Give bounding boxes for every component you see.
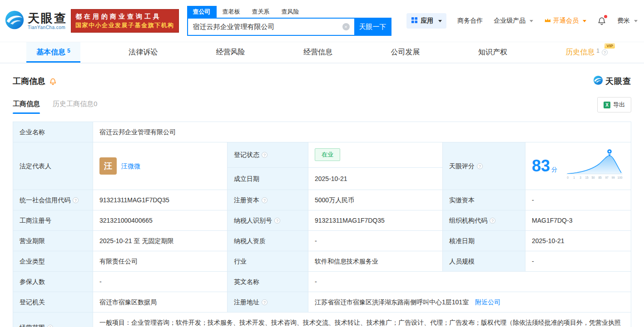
field-label: 企业名称 bbox=[13, 122, 93, 142]
help-icon[interactable] bbox=[477, 163, 483, 169]
field-label: 注册资本 bbox=[228, 190, 308, 210]
svg-text:97: 97 bbox=[605, 176, 609, 179]
tianyan-score[interactable]: 83 分 bbox=[532, 158, 557, 174]
export-button[interactable]: 导出 bbox=[597, 97, 631, 112]
field-label: 纳税人识别号 bbox=[228, 210, 308, 231]
field-label: 登记状态 bbox=[228, 142, 308, 168]
notifications-bell-icon[interactable] bbox=[597, 16, 606, 26]
promo-banner: 都在用的商业查询工具 国家中小企业发展子基金旗下机构 bbox=[71, 9, 179, 32]
svg-text:50: 50 bbox=[591, 176, 595, 179]
help-icon[interactable] bbox=[602, 49, 608, 55]
search-tab-boss[interactable]: 查老板 bbox=[217, 6, 246, 18]
tab-label: 历史信息 bbox=[565, 48, 594, 57]
legal-rep-cell: 汪 汪微微 bbox=[93, 142, 228, 190]
table-row: 工商注册号 321321000400665 纳税人识别号 91321311MAG… bbox=[13, 210, 631, 231]
field-label: 英文名称 bbox=[228, 272, 308, 292]
taxpayer-quality-value: - bbox=[308, 231, 443, 251]
vip-badge: VIP bbox=[604, 43, 615, 49]
business-term-value: 2025-10-21 至 无固定期限 bbox=[93, 231, 228, 251]
help-icon[interactable] bbox=[262, 197, 268, 203]
help-icon[interactable] bbox=[274, 218, 280, 224]
username-label: 费米 bbox=[617, 17, 630, 24]
field-label: 参保人数 bbox=[13, 272, 93, 292]
tab-label: 经营信息 bbox=[303, 48, 332, 57]
tab-history-info[interactable]: VIP 历史信息 1 bbox=[555, 42, 618, 63]
top-header: 天眼查 TianYanCha.com 都在用的商业查询工具 国家中小企业发展子基… bbox=[0, 0, 644, 42]
tab-basic-info[interactable]: 基本信息 5 bbox=[26, 42, 80, 63]
field-label: 行业 bbox=[228, 251, 308, 272]
field-label: 成立日期 bbox=[228, 167, 308, 190]
search-tab-company[interactable]: 查公司 bbox=[187, 6, 217, 18]
credit-code-value: 91321311MAG1F7DQ35 bbox=[93, 190, 228, 210]
apps-menu[interactable]: 应用 bbox=[406, 13, 446, 29]
business-info-table: 企业名称 宿迁云邦企业管理有限公司 法定代表人 汪 汪微微 登记状态 在业 天眼… bbox=[13, 122, 631, 327]
header-right: 应用 商务合作 企业级产品 开通会员 费米 bbox=[406, 13, 638, 29]
enterprise-product-label: 企业级产品 bbox=[494, 17, 525, 24]
help-icon[interactable] bbox=[490, 218, 495, 224]
tianyancha-logo[interactable]: 天眼查 TianYanCha.com bbox=[5, 10, 67, 32]
export-label: 导出 bbox=[613, 101, 625, 109]
nearby-companies-link[interactable]: 附近公司 bbox=[475, 298, 500, 306]
clear-search-icon[interactable] bbox=[342, 23, 350, 30]
subtab-history-business-info[interactable]: 历史工商信息0 bbox=[53, 100, 97, 114]
tab-operation-risk[interactable]: 经营风险 bbox=[206, 42, 255, 63]
industry-value: 软件和信息技术服务业 bbox=[308, 251, 443, 272]
org-code-value: MAG1F7DQ-3 bbox=[525, 210, 631, 231]
logo-domain-text: TianYanCha.com bbox=[28, 25, 67, 30]
search-tab-risk[interactable]: 查风险 bbox=[276, 6, 305, 18]
tab-intellectual-property[interactable]: 知识产权 bbox=[468, 42, 517, 63]
search-input[interactable] bbox=[187, 18, 354, 36]
chevron-down-icon bbox=[438, 20, 442, 22]
svg-text:15: 15 bbox=[585, 176, 589, 179]
tab-label: 公司发展 bbox=[391, 48, 420, 57]
paid-capital-value: - bbox=[525, 190, 631, 210]
help-icon[interactable] bbox=[73, 197, 79, 203]
apps-label: 应用 bbox=[421, 17, 433, 25]
insured-count-value: - bbox=[93, 272, 228, 292]
reg-status-cell: 在业 bbox=[308, 142, 443, 168]
search-button[interactable]: 天眼一下 bbox=[354, 18, 391, 36]
field-label: 统一社会信用代码 bbox=[13, 190, 93, 210]
legal-rep-avatar[interactable]: 汪 bbox=[99, 157, 117, 175]
svg-text:0: 0 bbox=[567, 176, 569, 179]
business-cooperation-link[interactable]: 商务合作 bbox=[457, 17, 483, 25]
field-label: 核准日期 bbox=[443, 231, 525, 251]
reg-authority-value: 宿迁市宿豫区数据局 bbox=[93, 292, 228, 312]
open-vip-button[interactable]: 开通会员 bbox=[544, 17, 586, 25]
search-block: 查公司 查老板 查关系 查风险 天眼一下 bbox=[187, 6, 391, 36]
reg-address-value: 江苏省宿迁市宿豫区洪泽湖东路南侧呼叫中心1层101室 bbox=[315, 298, 469, 306]
section-watermark-logo: 天眼查 bbox=[593, 75, 631, 87]
section-title: 工商信息 bbox=[13, 76, 45, 87]
enterprise-product-menu[interactable]: 企业级产品 bbox=[494, 17, 533, 25]
tab-legal-proceedings[interactable]: 法律诉讼 bbox=[119, 42, 168, 63]
business-scope-value: 一般项目：企业管理咨询；软件开发；技术服务、技术开发、技术咨询、技术交流、技术转… bbox=[93, 312, 631, 327]
tab-label: 经营风险 bbox=[216, 48, 245, 57]
field-label: 纳税人资质 bbox=[228, 231, 308, 251]
legal-rep-link[interactable]: 汪微微 bbox=[121, 161, 140, 171]
tab-operation-info[interactable]: 经营信息 bbox=[293, 42, 342, 63]
subtab-business-info[interactable]: 工商信息 bbox=[13, 100, 40, 114]
help-icon[interactable] bbox=[262, 299, 268, 305]
table-row: 经营范围 一般项目：企业管理咨询；软件开发；技术服务、技术开发、技术咨询、技术交… bbox=[13, 312, 631, 327]
field-label: 人员规模 bbox=[443, 251, 525, 272]
field-label: 注册地址 bbox=[228, 292, 308, 312]
banner-line2: 国家中小企业发展子基金旗下机构 bbox=[75, 21, 174, 30]
watermark-brand-text: 天眼查 bbox=[605, 76, 631, 87]
table-row: 法定代表人 汪 汪微微 登记状态 在业 天眼评分 83 分 bbox=[13, 142, 631, 168]
field-label: 法定代表人 bbox=[13, 142, 93, 190]
reg-capital-value: 5000万人民币 bbox=[308, 190, 443, 210]
score-cell: 83 分 0 bbox=[525, 142, 631, 190]
help-icon[interactable] bbox=[47, 325, 53, 327]
tab-company-development[interactable]: 公司发展 bbox=[381, 42, 430, 63]
logo-brand-text: 天眼查 bbox=[28, 12, 67, 25]
help-icon[interactable] bbox=[262, 152, 268, 158]
user-menu[interactable]: 费米 bbox=[617, 17, 638, 25]
score-unit: 分 bbox=[551, 166, 557, 172]
english-name-value: - bbox=[308, 272, 631, 292]
status-badge: 在业 bbox=[315, 148, 340, 161]
company-name-value: 宿迁云邦企业管理有限公司 bbox=[93, 122, 631, 142]
subscribe-bell-icon[interactable] bbox=[49, 77, 57, 86]
search-tab-relation[interactable]: 查关系 bbox=[246, 6, 276, 18]
svg-text:85: 85 bbox=[598, 176, 602, 179]
svg-text:3: 3 bbox=[580, 176, 581, 179]
